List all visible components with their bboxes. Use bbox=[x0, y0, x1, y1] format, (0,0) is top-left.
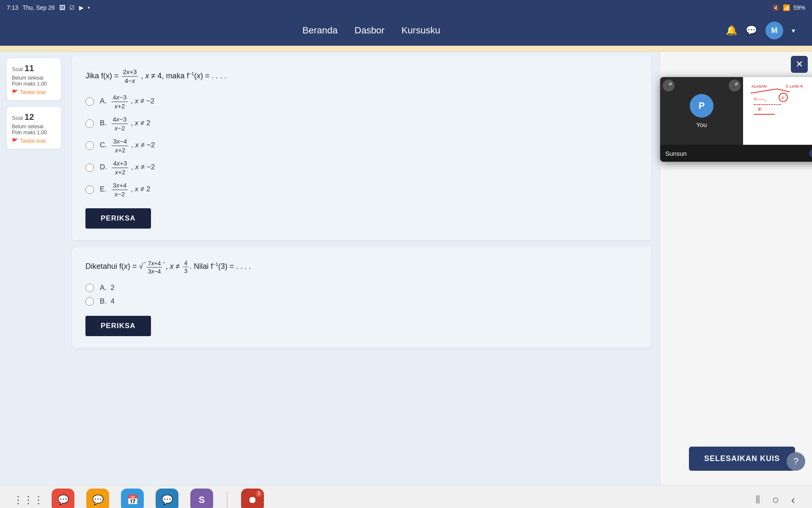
video-call-bottom-bar: Sunsun +6 bbox=[660, 145, 812, 162]
question-11-text: Jika f(x) = 2x+3 4−x , x ≠ 4, maka f−1(x… bbox=[85, 68, 638, 85]
q11-option-d[interactable]: D. 4x+3 x+2 , x ≠ −2 bbox=[85, 159, 638, 176]
bottom-taskbar: ⋮⋮⋮ 💬 💬 📅 💬 S ⏺ 1 ⦀ ○ ‹ bbox=[0, 485, 812, 508]
q11-radio-e[interactable] bbox=[85, 185, 94, 194]
youtube-icon: ▶ bbox=[79, 4, 84, 11]
nav-beranda[interactable]: Beranda bbox=[302, 25, 337, 36]
q11-option-b[interactable]: B. 4x−3 x−2 , x ≠ 2 bbox=[85, 115, 638, 132]
q11-radio-d[interactable] bbox=[85, 163, 94, 172]
close-you-button[interactable]: 🎤 bbox=[729, 80, 741, 91]
tandai-soal-11[interactable]: 🚩 Tandai soal bbox=[12, 89, 56, 95]
svg-text:ALASAN: ALASAN bbox=[752, 84, 767, 88]
status-12: Belum selesai bbox=[12, 124, 56, 130]
q11-option-e[interactable]: E. 3x+4 x−2 , x ≠ 2 bbox=[85, 181, 638, 198]
your-avatar: P bbox=[690, 94, 713, 118]
question-11-card: Jika f(x) = 2x+3 4−x , x ≠ 4, maka f−1(x… bbox=[72, 56, 651, 240]
status-bar: 7:13 Thu, Sep 26 🖼 ☑ ▶ • 🔇 📶 59% bbox=[0, 0, 812, 15]
svg-text:4!: 4! bbox=[758, 107, 761, 112]
chevron-down-icon[interactable]: ▾ bbox=[792, 27, 795, 35]
flag-icon-12: 🚩 bbox=[12, 138, 18, 144]
video-participants-badge: +6 bbox=[809, 149, 812, 157]
app-dock: ⋮⋮⋮ 💬 💬 📅 💬 S ⏺ 1 bbox=[17, 489, 264, 508]
content-area: Jika f(x) = 2x+3 4−x , x ≠ 4, maka f−1(x… bbox=[68, 52, 660, 485]
close-right-panel-button[interactable]: ✕ bbox=[791, 56, 808, 73]
q11-options: A. 4x−3 x+2 , x ≠ −2 B. 4x−3 x−2 bbox=[85, 93, 638, 198]
video-tiles-row: 🎤 P You 🎤 ✕ ALASAN bbox=[660, 77, 812, 145]
date-display: Thu, Sep 26 bbox=[22, 4, 55, 11]
home-icon[interactable]: ○ bbox=[772, 493, 779, 507]
periksa-button-11[interactable]: PERIKSA bbox=[85, 208, 151, 229]
right-panel: ✕ 🎤 P You 🎤 ✕ bbox=[660, 52, 812, 485]
back-icon[interactable]: ‹ bbox=[791, 493, 795, 507]
video-call-overlay: 🎤 P You 🎤 ✕ ALASAN bbox=[660, 77, 812, 162]
check-icon: ☑ bbox=[69, 4, 75, 11]
sound-icon: 🔇 bbox=[772, 4, 779, 11]
flag-icon-11: 🚩 bbox=[12, 89, 18, 95]
screen-share-tile: ✕ ALASAN ① LIAM ④ ① bbox=[743, 77, 812, 145]
selesaikan-kuis-button[interactable]: SELESAIKAN KUIS bbox=[689, 447, 795, 471]
nav-links: Beranda Dasbor Kursusku bbox=[302, 25, 440, 36]
question-12-card: Diketahui f(x) = √ 7x+4 3x−4 , x ≠ 4 3 .… bbox=[72, 247, 651, 348]
nav-dasbor[interactable]: Dasbor bbox=[354, 25, 384, 36]
slack-app-icon[interactable]: S bbox=[190, 489, 213, 508]
q12-options: A. 2 B. 4 bbox=[85, 284, 638, 306]
recent-apps-icon[interactable]: ⦀ bbox=[755, 493, 760, 507]
poin-12: Poin maks 1,00 bbox=[12, 130, 56, 135]
q12-radio-b[interactable] bbox=[85, 297, 94, 306]
soal-num-12: 12 bbox=[25, 112, 34, 122]
status-11: Belum selesai bbox=[12, 75, 56, 81]
mic-slash-icon: 🎤 bbox=[731, 82, 738, 89]
screen-recorder-icon[interactable]: ⏺ 1 bbox=[241, 489, 264, 508]
soal-label-11: Soal bbox=[12, 66, 23, 72]
yellow-bar bbox=[0, 46, 812, 52]
mute-you-button[interactable]: 🎤 bbox=[663, 80, 675, 91]
sidebar-soal-11: Soal 11 Belum selesai Poin maks 1,00 🚩 T… bbox=[7, 58, 61, 100]
notification-bell-icon[interactable]: 🔔 bbox=[726, 25, 737, 36]
q11-option-c[interactable]: C. 3x−4 x+2 , x ≠ −2 bbox=[85, 137, 638, 154]
q11-radio-b[interactable] bbox=[85, 119, 94, 128]
dot-indicator: • bbox=[88, 4, 90, 11]
q12-option-b[interactable]: B. 4 bbox=[85, 297, 638, 306]
q12-option-a[interactable]: A. 2 bbox=[85, 284, 638, 292]
sidebar-soal-12: Soal 12 Belum selesai Poin maks 1,00 🚩 T… bbox=[7, 107, 61, 149]
messenger-app-icon[interactable]: 💬 bbox=[86, 489, 109, 508]
sidebar: Soal 11 Belum selesai Poin maks 1,00 🚩 T… bbox=[0, 52, 68, 485]
divider bbox=[227, 491, 228, 508]
system-nav-icons: ⦀ ○ ‹ bbox=[755, 493, 795, 507]
poin-11: Poin maks 1,00 bbox=[12, 81, 56, 87]
wifi-icon: 📶 bbox=[783, 4, 790, 11]
you-label: You bbox=[696, 121, 707, 128]
q11-radio-a[interactable] bbox=[85, 97, 94, 106]
calendar-app-icon[interactable]: 📅 bbox=[121, 489, 144, 508]
help-button[interactable]: ? bbox=[787, 452, 805, 471]
chat-app-icon[interactable]: 💬 bbox=[156, 489, 178, 508]
svg-text:①——_: ①——_ bbox=[754, 97, 767, 101]
whiteboard-content: ALASAN ① LIAM ④ ① ①——_ 4! bbox=[743, 77, 812, 145]
periksa-button-12[interactable]: PERIKSA bbox=[85, 316, 151, 336]
photo-icon: 🖼 bbox=[59, 4, 65, 11]
soal-label-12: Soal bbox=[12, 115, 23, 121]
nav-right: 🔔 💬 M ▾ bbox=[726, 22, 795, 39]
tandai-soal-12[interactable]: 🚩 Tandai soal bbox=[12, 138, 56, 144]
question-12-text: Diketahui f(x) = √ 7x+4 3x−4 , x ≠ 4 3 .… bbox=[85, 259, 638, 275]
sunsun-label: Sunsun bbox=[665, 150, 687, 157]
apps-grid-icon[interactable]: ⋮⋮⋮ bbox=[17, 489, 40, 508]
top-navigation: Beranda Dasbor Kursusku 🔔 💬 M ▾ bbox=[0, 15, 812, 46]
svg-text:① LIAM ④: ① LIAM ④ bbox=[785, 84, 803, 88]
chat-icon[interactable]: 💬 bbox=[746, 25, 757, 36]
q11-radio-c[interactable] bbox=[85, 141, 94, 150]
time-display: 7:13 bbox=[7, 4, 18, 11]
q12-radio-a[interactable] bbox=[85, 284, 94, 292]
q11-option-a[interactable]: A. 4x−3 x+2 , x ≠ −2 bbox=[85, 93, 638, 110]
battery-display: 59% bbox=[793, 4, 805, 11]
q11-fraction: 2x+3 4−x bbox=[122, 68, 138, 85]
your-video-tile: 🎤 P You 🎤 bbox=[660, 77, 743, 145]
main-area: Soal 11 Belum selesai Poin maks 1,00 🚩 T… bbox=[0, 52, 812, 485]
soal-num-11: 11 bbox=[25, 64, 34, 73]
whiteboard-svg: ALASAN ① LIAM ④ ① ①——_ 4! bbox=[743, 77, 812, 132]
svg-text:①: ① bbox=[781, 96, 785, 100]
notification-badge: 1 bbox=[255, 490, 262, 497]
flamingo-app-icon[interactable]: 💬 bbox=[52, 489, 74, 508]
nav-kursusku[interactable]: Kursusku bbox=[401, 25, 440, 36]
avatar[interactable]: M bbox=[765, 22, 783, 39]
